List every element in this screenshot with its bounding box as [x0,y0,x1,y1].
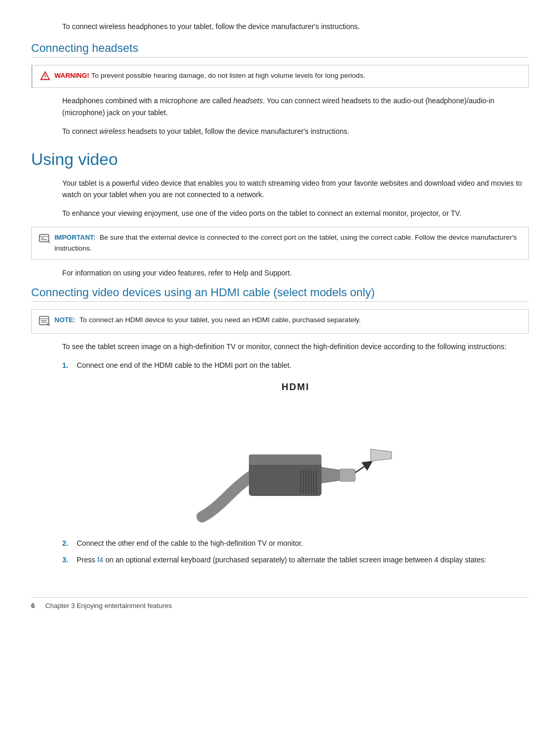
using-video-para2: To enhance your viewing enjoyment, use o… [62,208,529,219]
step-2-num: 2. [62,537,73,549]
hdmi-illustration-svg [187,392,404,527]
connecting-video-para1: To see the tablet screen image on a high… [62,341,529,352]
headsets-para1: Headphones combined with a microphone ar… [62,95,529,118]
connecting-headsets-section: Connecting headsets WARNING! To prevent … [31,42,529,137]
step-3-text-before: Press [77,556,97,564]
svg-marker-20 [321,467,340,483]
svg-marker-23 [371,449,391,461]
intro-paragraph: To connect wireless headphones to your t… [62,21,529,32]
headsets-para2-before: To connect [62,127,100,135]
step-3: 3. Press f4 on an optional external keyb… [62,554,529,565]
note-icon [39,316,50,328]
important-content: IMPORTANT: Be sure that the external dev… [54,232,521,254]
footer-page-number: 6 [31,602,35,610]
connecting-headsets-heading: Connecting headsets [31,42,529,58]
using-video-heading: Using video [31,150,529,169]
numbered-list: 1. Connect one end of the HDMI cable to … [62,360,529,565]
headsets-para2: To connect wireless headsets to your tab… [62,126,529,137]
step-2-text: Connect the other end of the cable to th… [77,537,303,549]
warning-triangle-icon [40,71,50,82]
step-1-text: Connect one end of the HDMI cable to the… [77,360,291,371]
svg-line-22 [355,462,371,473]
svg-rect-12 [249,454,321,465]
step-3-num: 3. [62,554,73,565]
warning-box: WARNING! To prevent possible hearing dam… [31,65,529,88]
step-2: 2. Connect the other end of the cable to… [62,537,529,549]
step-3-text: Press f4 on an optional external keyboar… [77,554,486,565]
page-footer: 6 Chapter 3 Enjoying entertainment featu… [31,597,529,610]
using-video-para1: Your tablet is a powerful video device t… [62,177,529,201]
warning-content: WARNING! To prevent possible hearing dam… [54,71,365,81]
using-video-para3: For information on using your video feat… [62,267,529,279]
svg-point-2 [45,78,46,79]
headsets-para1-before: Headphones combined with a microphone ar… [62,96,233,105]
important-text: Be sure that the external device is conn… [54,233,517,252]
using-video-section: Using video Your tablet is a powerful vi… [31,150,529,279]
hdmi-diagram-container: HDMI [93,382,498,527]
note-label: NOTE: [54,316,75,324]
warning-text: To prevent possible hearing damage, do n… [91,72,365,79]
connecting-video-heading: Connecting video devices using an HDMI c… [31,286,529,302]
important-box: IMPORTANT: Be sure that the external dev… [31,227,529,260]
note-content: NOTE: To connect an HDMI device to your … [54,315,361,326]
headsets-para1-italic: headsets [233,96,263,105]
step-3-f4-link[interactable]: f4 [97,556,104,564]
headsets-para2-italic: wireless [100,127,126,135]
warning-label: WARNING! [54,72,89,79]
footer-chapter: Chapter 3 Enjoying entertainment feature… [45,602,172,610]
important-icon [39,233,50,245]
note-text: To connect an HDMI device to your tablet… [79,316,360,324]
step-1: 1. Connect one end of the HDMI cable to … [62,360,529,371]
note-box: NOTE: To connect an HDMI device to your … [31,309,529,334]
important-label: IMPORTANT: [54,233,95,241]
svg-rect-21 [340,469,355,481]
hdmi-label: HDMI [282,382,310,393]
step-1-num: 1. [62,360,73,371]
headsets-para2-after: headsets to your tablet, follow the devi… [125,127,349,135]
step-3-text-after: on an optional external keyboard (purcha… [103,556,486,564]
connecting-video-section: Connecting video devices using an HDMI c… [31,286,529,566]
hdmi-diagram: HDMI [187,382,404,527]
